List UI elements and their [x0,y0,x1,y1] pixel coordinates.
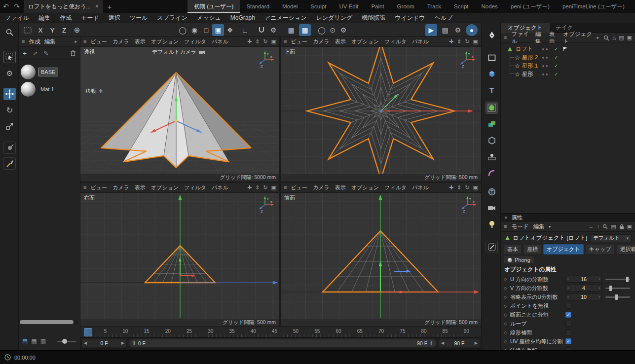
attribute-value[interactable]: 10 [569,294,598,300]
live-selection-icon[interactable] [3,51,16,63]
material-thumbnail[interactable] [21,82,36,97]
enable-check-icon[interactable]: ✓ [554,46,558,52]
viewport-menu-item[interactable]: 表示 [135,184,146,191]
y-axis-lock-button[interactable]: Y [46,24,58,36]
viewport-menu-item[interactable]: ビュー [90,184,107,191]
tab-coordinates[interactable]: 座標 [523,244,541,255]
visibility-dots[interactable] [542,48,548,50]
attribute-value[interactable]: 4 [569,285,598,291]
key-diamond-icon[interactable]: ◇ [504,295,507,299]
increment-icon[interactable]: › [598,294,600,299]
menu-icon[interactable]: ≡ [22,39,25,44]
menu-icon[interactable]: ≡ [284,39,287,44]
volume-builder-icon[interactable] [486,118,498,130]
viewport-menu-item[interactable]: ビュー [90,38,107,45]
visibility-dots[interactable] [542,73,548,75]
axis-edit-icon[interactable]: ▣ [212,24,224,36]
uniform-uv-checkbox[interactable] [565,338,571,344]
load-material-icon[interactable]: ↗ [33,50,37,56]
sky-icon[interactable] [486,185,498,198]
instance-icon[interactable] [486,134,498,146]
parent-object-icon[interactable]: ↑ [597,224,600,229]
key-diamond-icon[interactable]: ◇ [504,277,507,282]
tab-caps[interactable]: キャップ [586,244,615,255]
viewport-menu-item[interactable]: オプション [351,184,379,191]
key-diamond-icon[interactable]: ◇ [504,313,507,317]
materials-menu-create[interactable]: 作成 [29,38,40,45]
maximize-view-icon[interactable]: ▣ [473,185,478,190]
pan-view-icon[interactable]: ✚ [449,39,453,44]
menu-overflow-icon[interactable]: ▸ [549,224,551,229]
close-icon[interactable]: × [95,3,99,9]
pan-view-icon[interactable]: ✚ [247,185,252,190]
snap-settings-gear-icon[interactable]: ⚙ [267,24,279,36]
coordinate-system-icon[interactable]: ⊕ [71,24,83,36]
panel-icon[interactable]: ▣ [627,224,632,229]
workplane-mode-icon[interactable]: ❖ [224,24,236,36]
menu-item[interactable]: MoGraph [230,14,255,21]
key-diamond-icon[interactable]: ◇ [504,304,507,308]
current-frame-spinner[interactable]: ◀ 0 F ▶ [81,339,127,347]
sculpt-pen-icon[interactable] [486,241,498,253]
new-tab-icon[interactable]: + [103,3,116,10]
viewport-menu-item[interactable]: オプション [151,184,179,191]
make-editable-icon[interactable]: □ [200,24,212,36]
rotate-view-icon[interactable]: ↻ [263,185,267,190]
layout-tab[interactable]: peniTimeLine (ユーザー) [556,0,631,13]
model-mode-icon[interactable]: ◯ [177,24,188,36]
pan-view-icon[interactable]: ✚ [247,39,252,44]
spline-pen-icon[interactable] [486,29,498,41]
linear-interpolation-checkbox[interactable] [565,329,571,335]
grid-view-icon[interactable]: ▦ [31,338,37,344]
viewport-menu-item[interactable]: オプション [351,38,379,45]
object-name[interactable]: 星形.1 [522,62,538,70]
increment-icon[interactable]: › [598,277,600,282]
front-canvas[interactable]: YXZ [281,193,481,319]
tag-flag-icon[interactable] [563,46,568,52]
end-frame-value[interactable]: 90 F [444,340,475,346]
viewport-menu-item[interactable]: フィルタ [184,38,206,45]
right-canvas[interactable]: YXZ [80,193,279,319]
subdivision-surface-icon[interactable] [486,102,498,114]
layout-tab[interactable]: peni (ユーザー) [504,0,556,13]
viewport-menu-item[interactable]: カメラ [313,184,330,191]
top-canvas[interactable]: YXZ [281,47,481,174]
viewport-menu-item[interactable]: カメラ [112,38,129,45]
layout-tab[interactable]: Groom [391,0,421,13]
current-frame-value[interactable]: 0 F [87,340,121,346]
home-icon[interactable]: ⌂ [612,35,616,41]
menu-icon[interactable]: ≡ [284,185,287,190]
increase-end-frame-icon[interactable]: ▶ [475,341,478,345]
preset-dropdown[interactable]: デフォルト ▾ [590,234,632,242]
enable-check-icon[interactable]: ✓ [554,72,558,77]
scale-tool-icon[interactable] [3,120,16,133]
add-material-icon[interactable]: + [23,50,27,57]
layout-tab[interactable]: Standard [240,0,276,13]
tab-basic[interactable]: 基本 [504,244,522,255]
rectangle-spline-icon[interactable] [486,51,498,64]
menu-icon[interactable]: ≡ [83,185,86,190]
u-subdivisions-spinner[interactable]: ‹16› [565,276,602,283]
menu-item[interactable]: ヘルプ [435,14,453,22]
maximize-view-icon[interactable]: ▣ [271,185,276,190]
materials-menu-edit[interactable]: 編集 [44,38,55,45]
materials-hscrollbar-thumb[interactable] [20,320,74,324]
ruler-icon[interactable]: ∟ [239,24,251,36]
render-to-picture-viewer-button[interactable]: ▤ [439,24,451,36]
viewport-menu-item[interactable]: ビュー [291,184,307,191]
viewport-menu-item[interactable]: 表示 [335,184,346,191]
grid-toggle-icon[interactable]: ▦ [285,24,297,36]
menu-item[interactable]: ファイル [5,14,29,22]
viewport-canvas[interactable]: YXZ 前面 グリッド間隔: 500 mm [281,193,481,327]
material-item[interactable]: BASE [21,65,58,79]
bend-deformer-icon[interactable] [486,167,498,179]
search-icon[interactable] [603,35,609,41]
increment-icon[interactable]: › [598,286,600,291]
light-icon[interactable] [486,218,498,230]
object-name[interactable]: ロフト [516,45,533,53]
enable-check-icon[interactable]: ✓ [554,55,558,60]
menu-item[interactable]: スプライン [157,14,187,22]
lock-icon[interactable] [619,224,624,229]
viewport-menu-item[interactable]: 表示 [335,38,346,45]
rotate-view-icon[interactable]: ↻ [465,185,469,190]
